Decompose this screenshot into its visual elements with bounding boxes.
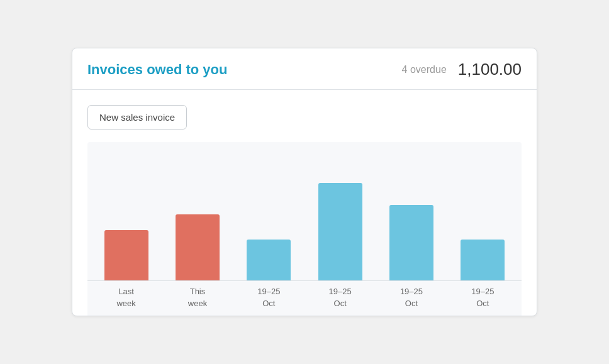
bar-oct-4 <box>461 240 505 280</box>
bar-oct-1 <box>247 240 291 280</box>
label-oct-1: 19–25Oct <box>237 281 301 315</box>
total-amount: 1,100.00 <box>458 60 522 79</box>
label-text-oct-1: 19–25Oct <box>257 286 280 309</box>
card-header: Invoices owed to you 4 overdue 1,100.00 <box>72 48 537 90</box>
header-right: 4 overdue 1,100.00 <box>402 60 522 79</box>
bar-group-oct-3 <box>379 205 444 280</box>
label-oct-4: 19–25Oct <box>450 281 515 315</box>
card-title: Invoices owed to you <box>87 62 227 78</box>
label-text-oct-4: 19–25Oct <box>471 286 494 309</box>
label-text-last-week: Lastweek <box>116 286 135 309</box>
label-this-week: Thisweek <box>165 281 230 315</box>
chart-labels: LastweekThisweek19–25Oct19–25Oct19–25Oct… <box>87 280 522 315</box>
bar-group-oct-1 <box>237 240 301 280</box>
new-invoice-button[interactable]: New sales invoice <box>87 105 187 130</box>
label-last-week: Lastweek <box>94 281 159 315</box>
overdue-label: 4 overdue <box>402 64 447 75</box>
bar-chart <box>87 142 522 280</box>
bar-last-week <box>104 230 148 280</box>
invoices-card: Invoices owed to you 4 overdue 1,100.00 … <box>72 48 537 316</box>
label-oct-2: 19–25Oct <box>308 281 372 315</box>
bar-oct-3 <box>389 205 433 280</box>
label-text-oct-3: 19–25Oct <box>400 286 423 309</box>
card-body: New sales invoice LastweekThisweek19–25O… <box>72 90 537 315</box>
label-text-oct-2: 19–25Oct <box>329 286 352 309</box>
bar-this-week <box>176 214 220 280</box>
bar-group-this-week <box>165 214 230 280</box>
label-oct-3: 19–25Oct <box>379 281 444 315</box>
bar-oct-2 <box>318 183 362 280</box>
bar-group-oct-4 <box>450 240 515 280</box>
label-text-this-week: Thisweek <box>188 286 207 309</box>
bar-group-last-week <box>94 230 159 280</box>
bar-group-oct-2 <box>308 183 372 280</box>
